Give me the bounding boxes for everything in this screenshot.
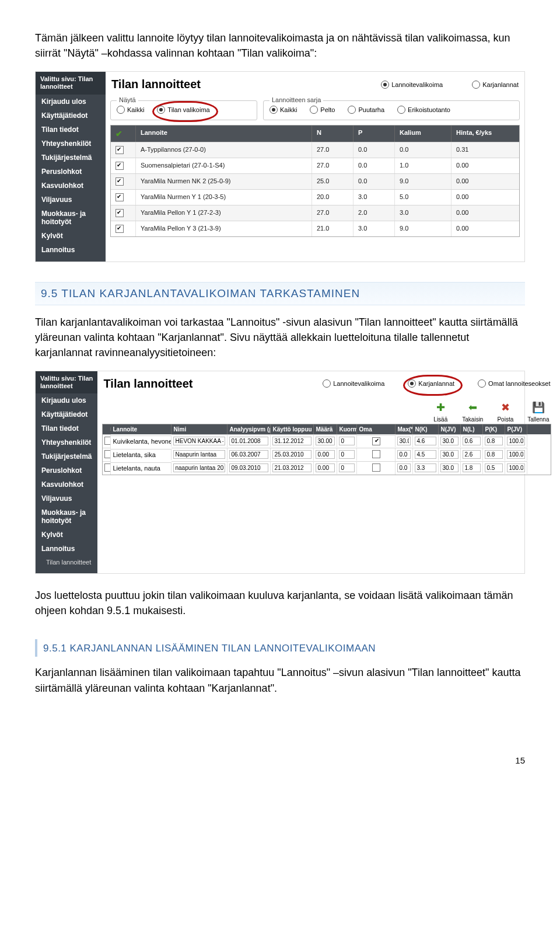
sec95-paragraph-2: Jos luettelosta puuttuu jokin tilan vali… (35, 588, 525, 618)
add-button[interactable]: ✚Lisää (433, 400, 448, 423)
kuormakoko-input[interactable] (339, 437, 355, 445)
sidebar-item[interactable]: Käyttäjätiedot (36, 407, 97, 421)
radio-option[interactable]: Puutarha (348, 106, 384, 114)
radio-label: Kaikki (280, 106, 297, 113)
radio-option[interactable]: Kaikki (117, 106, 144, 114)
sidebar-item[interactable]: Viljavuus (36, 492, 97, 506)
radio-option[interactable]: Erikoistuotanto (397, 106, 450, 114)
radio-option[interactable]: Lannoitevalikoima (323, 379, 384, 388)
sidebar-item[interactable]: Muokkaus- ja hoitotyöt (36, 506, 97, 528)
oma-checkbox[interactable] (372, 450, 380, 458)
sidebar-item[interactable]: Kirjaudu ulos (36, 393, 97, 407)
radio-icon (157, 106, 165, 114)
fertilizer-table: ✔ Lannoite N P Kalium Hinta, €/yks A-Typ… (110, 125, 520, 237)
checkbox[interactable] (116, 193, 124, 201)
radio-option[interactable]: Karjanlannat (472, 81, 519, 89)
maara-input[interactable] (316, 437, 335, 445)
sidebar-item[interactable]: Viljavuus (36, 193, 106, 207)
sidebar-item[interactable]: Tukijärjestelmä (36, 151, 106, 165)
pk-input[interactable] (485, 450, 503, 459)
njv-input[interactable] (440, 437, 459, 445)
back-button[interactable]: ⬅Takaisin (462, 400, 483, 423)
sidebar-item[interactable]: Tilan tiedot (36, 421, 97, 435)
radio-option[interactable]: Omat lannoiteseokset (478, 379, 550, 388)
sidebar-item[interactable]: Lannoitus (36, 243, 106, 257)
radio-label: Lannoitevalikoima (391, 81, 443, 88)
sidebar-item[interactable]: Yhteyshenkilöt (36, 137, 106, 151)
cell-lannoite: Lietelanta, sika (111, 449, 172, 460)
pk-input[interactable] (485, 463, 503, 472)
sidebar-item[interactable]: Kirjaudu ulos (36, 95, 106, 109)
sidebar-item[interactable]: Lannoitus (36, 542, 97, 556)
max-input[interactable] (397, 437, 411, 445)
checkbox[interactable] (116, 209, 124, 217)
sidebar-item[interactable]: Yhteyshenkilöt (36, 435, 97, 449)
nimi-input[interactable] (173, 463, 225, 472)
kaytto-loppuu-input[interactable] (272, 463, 312, 472)
checkbox[interactable] (116, 162, 124, 170)
col-lannoite: Lannoite (136, 126, 312, 142)
oma-checkbox[interactable] (372, 437, 380, 445)
cell-name: YaraMila Pellon Y 1 (27-2-3) (136, 205, 312, 221)
delete-button[interactable]: ✖Poista (497, 400, 513, 423)
checkbox[interactable] (116, 177, 124, 186)
table-row: Kuivikelanta, hevonen (103, 434, 551, 448)
analyysipvm-input[interactable] (229, 437, 268, 445)
pk-input[interactable] (485, 437, 503, 445)
analyysipvm-input[interactable] (229, 463, 268, 472)
kuormakoko-input[interactable] (339, 463, 355, 472)
col-header: Max(*) (396, 424, 413, 434)
checkbox[interactable] (116, 146, 124, 154)
nk-input[interactable] (415, 450, 436, 459)
radio-icon (310, 106, 318, 114)
radio-icon (348, 106, 356, 114)
pjv-input[interactable] (507, 463, 525, 472)
sec951-paragraph: Karjanlannan lisääminen tilan valikoimaa… (35, 665, 525, 695)
cell-lannoite: Lietelanta, nauta (111, 462, 172, 473)
nimi-input[interactable] (173, 437, 225, 445)
nk-input[interactable] (415, 437, 436, 445)
save-button[interactable]: 💾Tallenna (527, 400, 549, 423)
njv-input[interactable] (440, 463, 459, 472)
max-input[interactable] (397, 450, 411, 459)
sidebar-item[interactable]: Muokkaus- ja hoitotyöt (36, 207, 106, 229)
sidebar-item[interactable]: Kasvulohkot (36, 179, 106, 193)
checkbox[interactable] (104, 450, 111, 458)
analyysipvm-input[interactable] (229, 450, 268, 459)
radio-option[interactable]: Karjanlannat (408, 379, 454, 388)
radio-option[interactable]: Pelto (310, 106, 335, 114)
radio-option[interactable]: Tilan valikoima (157, 106, 209, 114)
sidebar-sub-item[interactable]: Tilan lannoitteet (36, 556, 97, 569)
nk-input[interactable] (415, 463, 436, 472)
sidebar-item[interactable]: Peruslohkot (36, 165, 106, 179)
nl-input[interactable] (463, 463, 481, 472)
maara-input[interactable] (316, 463, 335, 472)
col-header: N(L) (461, 424, 483, 434)
kaytto-loppuu-input[interactable] (272, 450, 312, 459)
save-icon: 💾 (531, 400, 546, 415)
sidebar-item[interactable]: Kylvöt (36, 528, 97, 542)
checkbox[interactable] (104, 437, 111, 445)
pjv-input[interactable] (507, 450, 525, 459)
sidebar-item[interactable]: Tilan tiedot (36, 123, 106, 137)
nl-input[interactable] (463, 450, 481, 459)
checkbox[interactable] (116, 225, 124, 233)
max-input[interactable] (397, 463, 411, 472)
oma-checkbox[interactable] (372, 463, 380, 472)
pjv-input[interactable] (507, 437, 525, 445)
radio-option[interactable]: Lannoitevalikoima (381, 81, 443, 89)
kuormakoko-input[interactable] (339, 450, 355, 459)
sidebar-item[interactable]: Tukijärjestelmä (36, 449, 97, 463)
radio-option[interactable]: Kaikki (270, 106, 297, 114)
col-header: Kuormakoko (337, 424, 357, 434)
njv-input[interactable] (440, 450, 459, 459)
sidebar-item[interactable]: Peruslohkot (36, 463, 97, 478)
sidebar-item[interactable]: Kylvöt (36, 229, 106, 243)
nl-input[interactable] (463, 437, 481, 445)
maara-input[interactable] (316, 450, 335, 459)
sidebar-item[interactable]: Käyttäjätiedot (36, 109, 106, 123)
sidebar-item[interactable]: Kasvulohkot (36, 478, 97, 492)
kaytto-loppuu-input[interactable] (272, 437, 312, 445)
nimi-input[interactable] (173, 450, 225, 459)
checkbox[interactable] (104, 463, 111, 472)
